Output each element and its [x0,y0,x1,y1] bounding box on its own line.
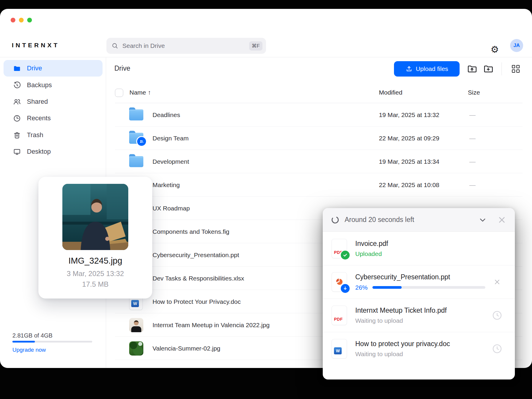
file-size: — [469,135,476,142]
sidebar-item-backups[interactable]: Backups [4,77,103,93]
file-modified: 22 Mar, 2025 at 09:29 [379,135,439,142]
pdf-file-icon: PDF [332,239,347,258]
preview-photo [62,184,128,250]
folder-plus-icon [483,64,494,74]
uploaded-check-icon [340,250,351,260]
file-name: How to Protect Your Privacy.doc [153,298,241,305]
window-close-button[interactable] [11,18,15,22]
column-header-name[interactable]: Name ↑ [129,89,151,96]
file-name: Development [153,158,189,165]
search-input[interactable] [122,42,249,50]
window-minimize-button[interactable] [19,18,24,22]
preview-filename: IMG_3245.jpg [38,256,152,266]
upload-percent: 26% [355,284,368,291]
sidebar-item-label: Backups [27,81,52,89]
file-name: Internxt Team Meetup in Valencia 2022.jp… [153,322,270,329]
ppt-file-icon [332,272,347,292]
upload-item-status: Uploaded [355,250,503,257]
file-preview-card: IMG_3245.jpg 3 Mar, 2025 13:32 17.5 MB [38,177,152,299]
spinner-icon [331,216,339,224]
folder-icon [129,109,143,120]
screen: INTERNXT ⌘F ⚙ JA Drive Backups Shared Re… [0,0,532,399]
upload-progress-bar [372,286,485,289]
file-name: Design Team [153,135,189,142]
column-header-size[interactable]: Size [468,89,480,96]
pending-clock-icon [492,343,502,354]
folder-upload-icon [467,64,477,74]
settings-gear-icon[interactable]: ⚙ [491,45,499,54]
upload-progress-fill [372,286,402,289]
internxt-logo: INTERNXT [12,42,59,49]
file-modified: 22 Mar, 2025 at 10:08 [379,181,439,189]
upload-files-button[interactable]: Upload files [394,61,460,77]
upload-item-name: Invoice.pdf [355,240,503,248]
search-shortcut-badge: ⌘F [249,41,262,51]
page-title: Drive [114,64,130,72]
select-all-checkbox[interactable] [115,89,123,97]
file-modified: 19 Mar, 2025 at 13:32 [379,111,439,119]
upload-progress-panel: Around 20 seconds left PDF Invoice.pdf U… [323,208,515,379]
downloading-arrow-icon [340,283,351,294]
header-divider [0,57,532,57]
toolbar-divider [502,62,502,75]
upload-files-label: Upload files [416,65,448,72]
word-file-icon: W [332,339,347,359]
file-name: Valencia-Summer-02.jpg [153,345,220,352]
photo-thumbnail [129,341,143,356]
sidebar-item-drive[interactable]: Drive [4,60,103,77]
upload-item: W How to protect your privacy.doc Waitin… [323,332,515,365]
sort-ascending-arrow: ↑ [148,89,151,96]
file-size: — [469,111,476,119]
grid-view-icon [512,65,520,73]
window-zoom-button[interactable] [27,18,32,22]
user-avatar[interactable]: JA [510,39,523,52]
upload-item-name: Internxt Meetup Ticket Info.pdf [355,306,487,314]
file-name: Dev Tasks & Responsibilities.xlsx [153,275,244,282]
pending-clock-icon [492,310,502,321]
search-bar[interactable]: ⌘F [106,38,266,54]
table-row[interactable]: Development 19 Mar, 2025 at 13:34 — [0,150,532,173]
grid-view-button[interactable] [510,63,522,75]
close-icon[interactable] [497,215,507,225]
upload-item-status: Waiting to upload [355,317,487,324]
file-size: — [469,181,476,189]
file-size: — [469,158,476,165]
upload-folder-button[interactable] [466,63,478,75]
upload-time-remaining: Around 20 seconds left [345,216,478,224]
column-header-modified[interactable]: Modified [379,89,402,96]
preview-size: 17.5 MB [38,280,152,288]
upload-item-name: How to protect your privacy.doc [355,340,487,348]
sidebar-item-label: Drive [27,64,42,72]
file-name: Cybersecurity_Presentation.ppt [153,252,239,259]
search-icon [112,43,118,49]
upload-item-name: Cybersecurity_Presentation.ppt [355,273,487,281]
upload-item: PDF Invoice.pdf Uploaded [323,232,515,265]
file-name: Deadlines [153,111,180,119]
upload-item: PDF Internxt Meetup Ticket Info.pdf Wait… [323,299,515,332]
table-row[interactable]: Deadlines 19 Mar, 2025 at 13:32 — [0,103,532,126]
preview-date: 3 Mar, 2025 13:32 [38,270,152,278]
folder-icon [13,64,21,72]
shared-folder-icon [129,133,143,144]
chevron-down-icon[interactable] [478,215,487,224]
upload-item-status: Waiting to upload [355,351,487,358]
shared-badge-icon [136,136,147,147]
file-modified: 19 Mar, 2025 at 13:34 [379,158,439,165]
photo-thumbnail [129,318,143,332]
pdf-file-icon: PDF [332,306,347,325]
upload-icon [406,65,413,72]
cancel-upload-icon[interactable] [493,278,501,286]
upload-panel-header: Around 20 seconds left [323,208,515,232]
table-row[interactable]: Design Team 22 Mar, 2025 at 09:29 — [0,126,532,150]
file-name: Components and Tokens.fig [153,228,229,235]
upload-item: Cybersecurity_Presentation.ppt 26% [323,265,515,299]
new-folder-button[interactable] [482,63,494,75]
file-name: Marketing [153,181,180,189]
backup-history-icon [13,81,21,89]
file-name: UX Roadmap [153,205,190,212]
folder-icon [129,156,143,167]
